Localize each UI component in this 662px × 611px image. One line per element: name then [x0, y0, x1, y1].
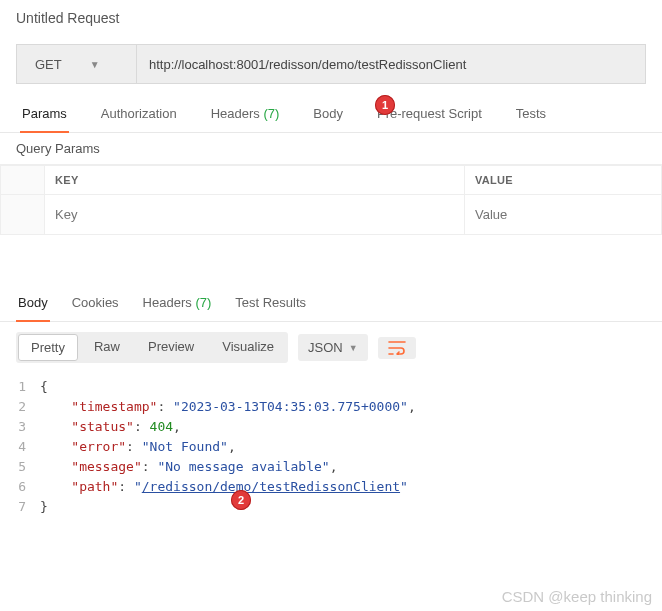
response-tabs: Body Cookies Headers (7) Test Results: [0, 285, 662, 322]
response-body-code[interactable]: 1{ 2 "timestamp": "2023-03-13T04:35:03.7…: [0, 373, 662, 517]
col-key: KEY: [45, 166, 465, 195]
method-select[interactable]: GET ▼: [17, 45, 137, 83]
annotation-2: 2: [231, 490, 251, 510]
resp-tab-testresults[interactable]: Test Results: [233, 285, 308, 322]
tab-headers[interactable]: Headers (7): [209, 96, 282, 133]
resp-tab-headers-label: Headers: [143, 295, 192, 310]
chevron-down-icon: ▼: [349, 343, 358, 353]
response-toolbar: Pretty Raw Preview Visualize JSON ▼: [0, 322, 662, 373]
tab-tests[interactable]: Tests: [514, 96, 548, 133]
table-row: [1, 195, 662, 235]
annotation-1: 1: [375, 95, 395, 115]
tab-headers-count: (7): [263, 106, 279, 121]
wrap-icon: [388, 341, 406, 355]
col-value: VALUE: [465, 166, 662, 195]
view-raw[interactable]: Raw: [80, 332, 134, 363]
watermark: CSDN @keep thinking: [502, 588, 652, 605]
view-mode-group: Pretty Raw Preview Visualize: [16, 332, 288, 363]
request-tabs: Params Authorization Headers (7) Body Pr…: [0, 96, 662, 133]
value-input[interactable]: [465, 195, 661, 234]
format-label: JSON: [308, 340, 343, 355]
view-visualize[interactable]: Visualize: [208, 332, 288, 363]
tab-headers-label: Headers: [211, 106, 260, 121]
key-input[interactable]: [45, 195, 464, 234]
url-input[interactable]: [137, 45, 645, 83]
params-table: KEY VALUE: [0, 165, 662, 235]
resp-tab-headers-count: (7): [195, 295, 211, 310]
wrap-lines-button[interactable]: [378, 337, 416, 359]
request-title: Untitled Request: [0, 0, 662, 36]
query-params-label: Query Params: [0, 133, 662, 165]
tab-params[interactable]: Params: [20, 96, 69, 133]
view-pretty[interactable]: Pretty: [18, 334, 78, 361]
tab-authorization[interactable]: Authorization: [99, 96, 179, 133]
view-preview[interactable]: Preview: [134, 332, 208, 363]
resp-tab-cookies[interactable]: Cookies: [70, 285, 121, 322]
resp-tab-body[interactable]: Body: [16, 285, 50, 322]
request-url-bar: GET ▼: [16, 44, 646, 84]
tab-body[interactable]: Body: [311, 96, 345, 133]
format-select[interactable]: JSON ▼: [298, 334, 368, 361]
chevron-down-icon: ▼: [90, 59, 100, 70]
resp-tab-headers[interactable]: Headers (7): [141, 285, 214, 322]
method-label: GET: [35, 57, 62, 72]
